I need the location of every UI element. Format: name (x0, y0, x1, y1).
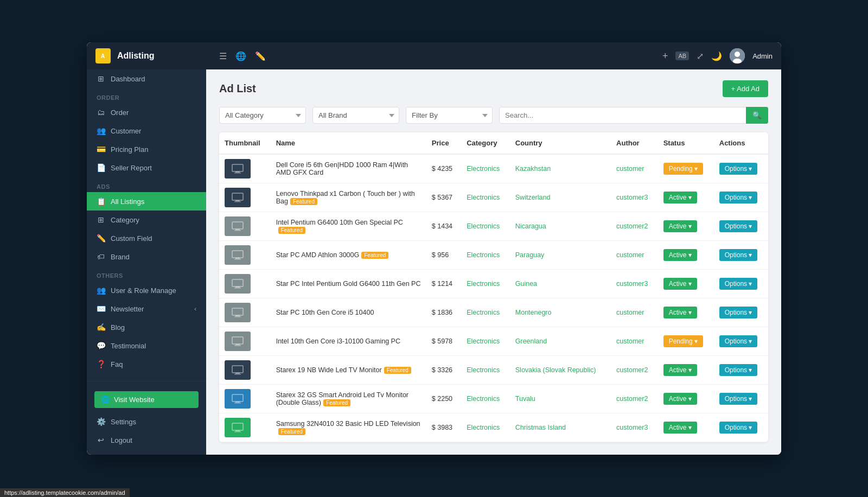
cell-country: Christmas Island (510, 413, 611, 442)
cell-category: Electronics (461, 327, 510, 356)
status-button[interactable]: Active ▾ (663, 393, 697, 405)
svg-rect-12 (235, 229, 240, 230)
status-button[interactable]: Active ▾ (663, 220, 697, 232)
customer-icon: 👥 (97, 126, 105, 135)
sidebar-item-order[interactable]: 🗂 Order (87, 103, 206, 122)
sidebar-item-user-role[interactable]: 👥 User & Role Manage (87, 281, 206, 300)
status-button[interactable]: Active ▾ (663, 249, 697, 261)
options-button[interactable]: Options ▾ (719, 307, 758, 318)
options-button[interactable]: Options ▾ (719, 335, 758, 347)
moon-icon[interactable]: 🌙 (711, 51, 722, 61)
options-button[interactable]: Options ▾ (719, 192, 758, 203)
category-filter[interactable]: All Category (219, 107, 306, 124)
status-button[interactable]: Active ▾ (663, 422, 697, 434)
cell-thumbnail (219, 212, 271, 241)
svg-rect-13 (234, 230, 241, 231)
sidebar-section-ads: Ads (87, 177, 206, 192)
add-ad-button[interactable]: + Add Ad (723, 80, 768, 97)
svg-rect-22 (234, 316, 241, 317)
cell-author: customer3 (611, 183, 658, 212)
cell-category: Electronics (461, 154, 510, 183)
sidebar-item-category[interactable]: ⊞ Category (87, 211, 206, 229)
pencil-icon[interactable]: ✏️ (255, 51, 266, 61)
cell-status: Pending ▾ (658, 154, 714, 183)
brand-filter[interactable]: All Brand (312, 107, 399, 124)
visit-website-button[interactable]: 🌐 Visit Website (94, 391, 199, 408)
sidebar-item-brand[interactable]: 🏷 Brand (87, 247, 206, 266)
sidebar-item-faq[interactable]: ❓ Faq (87, 355, 206, 373)
svg-rect-18 (235, 286, 240, 288)
sidebar-item-seller-report[interactable]: 📄 Seller Report (87, 158, 206, 177)
options-button[interactable]: Options ▾ (719, 163, 758, 175)
custom-field-icon: ✏️ (97, 234, 105, 243)
status-button[interactable]: Active ▾ (663, 278, 697, 290)
options-button[interactable]: Options ▾ (719, 422, 758, 434)
sidebar-section-order: Order (87, 88, 206, 103)
cell-author: customer (611, 298, 658, 327)
top-bar: A Adlisting ☰ 🌐 ✏️ + AB ⤢ 🌙 Admin (87, 42, 781, 69)
svg-rect-28 (234, 374, 241, 375)
cell-country: Tuvalu (510, 385, 611, 413)
sidebar-item-custom-field[interactable]: ✏️ Custom Field (87, 229, 206, 247)
hamburger-icon[interactable]: ☰ (219, 51, 227, 61)
plus-icon[interactable]: + (662, 50, 668, 62)
cell-status: Active ▾ (658, 385, 714, 413)
search-wrapper: 🔍 (499, 107, 768, 124)
cell-price: $ 956 (426, 241, 461, 270)
cell-thumbnail (219, 385, 271, 413)
svg-rect-26 (232, 366, 243, 373)
cell-category: Electronics (461, 183, 510, 212)
options-button[interactable]: Options ▾ (719, 249, 758, 261)
page-header: Ad List + Add Ad (219, 80, 768, 97)
sidebar-item-settings[interactable]: ⚙️ Settings (87, 412, 206, 431)
cell-category: Electronics (461, 356, 510, 385)
status-button[interactable]: Pending ▾ (663, 335, 703, 347)
status-button[interactable]: Active ▾ (663, 364, 697, 376)
sidebar-footer: 🌐 Visit Website ⚙️ Settings ↩ Logout (87, 381, 206, 449)
cell-country: Kazakhstan (510, 154, 611, 183)
options-button[interactable]: Options ▾ (719, 393, 758, 405)
sidebar-item-dashboard[interactable]: ⊞ Dashboard (87, 69, 206, 88)
cell-name: Starex 32 GS Smart Android Led Tv Monito… (271, 385, 426, 413)
cell-name: Lenovo Thinkpad x1 Carbon ( Touch ber ) … (271, 183, 426, 212)
cell-category: Electronics (461, 212, 510, 241)
search-input[interactable] (499, 107, 768, 124)
cell-thumbnail (219, 270, 271, 298)
cell-status: Active ▾ (658, 413, 714, 442)
text-size-icon[interactable]: AB (675, 52, 689, 60)
cell-actions: Options ▾ (714, 298, 768, 327)
sidebar-item-customer[interactable]: 👥 Customer (87, 122, 206, 140)
cell-name: Star PC Intel Pentium Gold G6400 11th Ge… (271, 270, 426, 298)
sidebar-item-newsletter[interactable]: ✉️ Newsletter ‹ (87, 300, 206, 318)
options-button[interactable]: Options ▾ (719, 278, 758, 290)
featured-badge: Featured (323, 399, 350, 406)
filter-by[interactable]: Filter By (406, 107, 493, 124)
status-button[interactable]: Active ▾ (663, 192, 697, 203)
main-content: Ad List + Add Ad All Category All Brand … (206, 69, 781, 455)
search-button[interactable]: 🔍 (746, 107, 768, 124)
cell-status: Active ▾ (658, 212, 714, 241)
sidebar-item-pricing-plan[interactable]: 💳 Pricing Plan (87, 140, 206, 158)
cell-country: Slovakia (Slovak Republic) (510, 356, 611, 385)
sidebar-item-blog[interactable]: ✍️ Blog (87, 318, 206, 336)
options-button[interactable]: Options ▾ (719, 364, 758, 376)
options-button[interactable]: Options ▾ (719, 220, 758, 232)
cell-actions: Options ▾ (714, 413, 768, 442)
sidebar-item-all-listings[interactable]: 📋 All Listings (87, 192, 206, 211)
sidebar-item-logout[interactable]: ↩ Logout (87, 431, 206, 449)
col-country: Country (510, 132, 611, 154)
fullscreen-icon[interactable]: ⤢ (697, 51, 704, 61)
cell-author: customer2 (611, 385, 658, 413)
top-bar-brand: A Adlisting (95, 48, 215, 63)
cell-country: Paraguay (510, 241, 611, 270)
svg-rect-14 (232, 251, 243, 258)
thumbnail-image (225, 188, 251, 207)
sidebar: ⊞ Dashboard Order 🗂 Order 👥 Customer 💳 P… (87, 69, 206, 455)
status-button[interactable]: Active ▾ (663, 307, 697, 318)
globe-icon[interactable]: 🌐 (235, 51, 246, 61)
top-bar-center: ☰ 🌐 ✏️ (215, 51, 662, 61)
sidebar-item-testimonial[interactable]: 💬 Testimonial (87, 336, 206, 355)
cell-price: $ 4235 (426, 154, 461, 183)
status-button[interactable]: Pending ▾ (663, 163, 703, 175)
svg-rect-24 (235, 344, 240, 345)
